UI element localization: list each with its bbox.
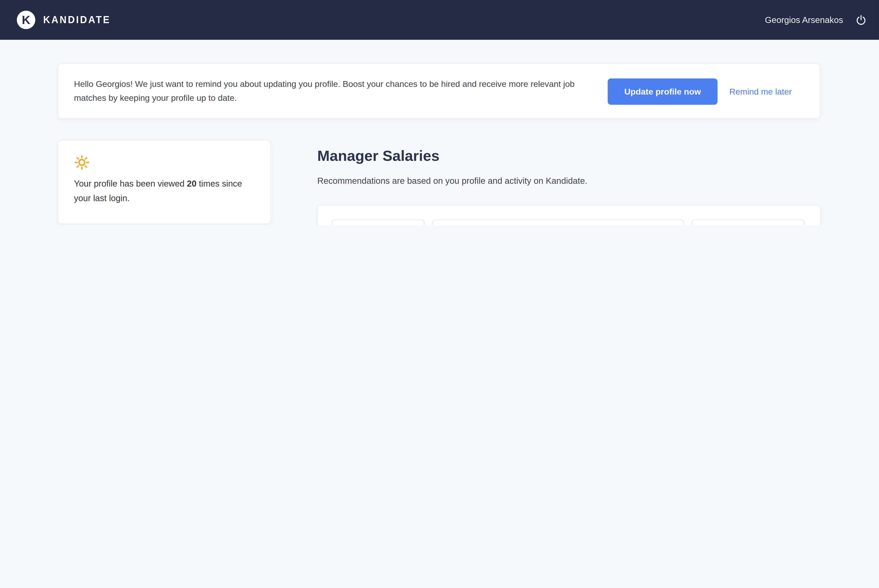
navbar: K KANDIDATE Georgios Arsenakos xyxy=(0,0,879,40)
views-text-before: Your profile has been viewed xyxy=(74,178,187,188)
sector-dropdown[interactable]: Sector Sales xyxy=(332,220,424,225)
job-type-dropdown[interactable]: Job type Account Executive / Business De… xyxy=(432,220,684,225)
views-count: 20 xyxy=(187,178,197,188)
update-profile-now-button[interactable]: Update profile now xyxy=(608,78,718,105)
remind-me-later-link[interactable]: Remind me later xyxy=(729,64,792,120)
years-of-experience-dropdown[interactable]: Years of experience 11 xyxy=(692,220,804,225)
profile-views-text: Your profile has been viewed 20 times si… xyxy=(74,177,248,206)
kandidate-logo-icon[interactable]: K xyxy=(17,11,35,29)
page-subtitle: Recommendations are based on you profile… xyxy=(317,176,588,186)
page: K KANDIDATE Georgios Arsenakos Hello Geo… xyxy=(0,0,879,225)
page-title: Manager Salaries xyxy=(317,147,440,165)
logout-power-icon[interactable] xyxy=(855,14,867,26)
salary-chart-card: Sector Sales Job type Account Executive … xyxy=(317,205,821,225)
nav-username[interactable]: Georgios Arsenakos xyxy=(765,15,843,25)
banner-message: Hello Georgios! We just want to remind y… xyxy=(74,77,584,105)
update-reminder-banner: Hello Georgios! We just want to remind y… xyxy=(58,63,820,119)
profile-views-card: Your profile has been viewed 20 times si… xyxy=(58,140,271,224)
sun-icon xyxy=(74,154,90,170)
brand-name[interactable]: KANDIDATE xyxy=(43,14,111,26)
